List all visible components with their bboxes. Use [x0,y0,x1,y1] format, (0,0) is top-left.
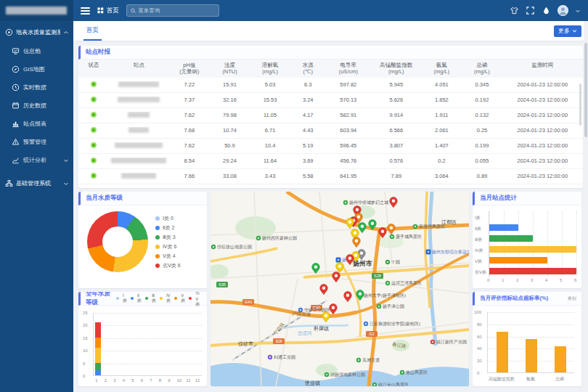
legend-item: Ⅱ类 2 [155,224,181,232]
page-scrollbar[interactable] [584,21,588,392]
bar-segment [95,338,101,348]
value-cell: 1.911 [422,112,462,118]
sidebar-section-base-system[interactable]: 基础管理系统 [0,172,73,193]
station-name-redacted [128,127,149,133]
map-pin-dot [357,216,360,219]
value-cell: 0.199 [462,142,502,149]
sidebar-item-alert-management[interactable]: 预警管理 [0,133,73,151]
search-input[interactable] [138,7,215,14]
year-chart-legend: Ⅰ类Ⅱ类Ⅲ类Ⅳ类Ⅴ类劣Ⅴ类 [116,292,202,308]
value-cell: 7.22 [169,81,210,88]
x-tick-label: 8 [159,378,161,383]
sidebar-item-label: 信息舱 [23,47,69,55]
value-cell: 50.9 [210,142,250,149]
tab-home[interactable]: 首页 [83,21,102,41]
gridline [533,211,534,277]
station-report-icon [12,120,20,128]
map-pin-dot [354,232,356,234]
sidebar-item-station-report[interactable]: 站点报表 [0,115,73,133]
menu-toggle-icon[interactable] [81,7,90,15]
status-cell [78,173,109,180]
table-row[interactable]: 7.6633.083.435.58641.957.893.0640.892024… [78,169,583,184]
road-shield-label: S35 [219,282,226,287]
legend-label: Ⅳ类 [166,293,171,304]
dashboard-content: 站点时报 状态 站点 pH值(无量纲)浊度(NTU)溶解氧(mg/L)水温(℃)… [73,41,588,392]
bar-row [489,268,576,274]
sidebar-item-statistics[interactable]: 统计分析 [0,151,73,169]
sidebar-item-info-hub[interactable]: 信息舱 [0,42,73,60]
fullscreen-icon[interactable] [526,6,535,15]
bar [555,346,566,372]
value-cell: 5.19 [290,142,326,149]
info-hub-icon [12,47,20,55]
time-cell: 2024-01-23 12:00:00 [502,81,583,88]
poi-icon-dot [391,236,393,237]
legend-label: Ⅱ类 [137,293,142,304]
status-dot [91,112,97,118]
theme-skin-icon[interactable] [510,6,519,15]
sidebar: 地表水质量监测系统 信息舱 GIS地图 实时数据 历史数据 站点报表 [0,0,73,392]
road-shield-label: G40 [245,300,252,304]
table-row[interactable]: 7.6810.746.714.43603.946.5662.0610.25202… [78,123,583,139]
status-dot [91,81,97,87]
station-name-cell [109,142,169,150]
x-tick-label: 4 [123,378,125,383]
value-cell: 0.25 [462,127,502,134]
legend-item: Ⅰ类 0 [155,215,181,222]
bar-row [489,246,576,253]
table-row[interactable]: 7.6279.9811.054.17582.919.9141.9110.1322… [78,108,583,123]
table-row[interactable]: 8.5429.2411.643.69456.760.5760.20.055202… [78,154,583,169]
legend-label: Ⅰ类 0 [163,215,173,222]
table-row[interactable]: 7.6250.910.45.19596.453.8071.4070.199202… [78,139,583,154]
chevron-down-icon[interactable] [575,8,581,14]
y-tick-label: 60 [477,335,482,339]
table-row[interactable]: 7.3732.1615.533.24570.135.6261.8520.1922… [78,93,583,108]
gridline [94,351,202,351]
nav-home[interactable]: 首页 [97,7,119,15]
table-row[interactable]: 7.2215.915.036.3597.825.9454.0510.345202… [78,78,583,93]
poi-icon-dot [415,226,416,227]
menu-search[interactable] [126,4,219,17]
sidebar-menu: 信息舱 GIS地图 实时数据 历史数据 站点报表 预警管理 [0,42,73,169]
station-map[interactable]: G40G40S28328S35G2沪陕高速宁启线春江路古运河扬州西区森林公园仪征… [211,192,469,386]
sidebar-item-gis-map[interactable]: GIS地图 [0,60,73,78]
value-cell: 582.91 [326,112,372,118]
bar-segment [95,363,101,370]
poi-icon-dot [387,282,388,284]
map-pin-dot [361,225,364,228]
bar [526,339,537,372]
value-cell: 6.566 [371,127,422,134]
station-name-cell [109,158,169,165]
value-cell: 3.24 [290,97,326,103]
y-tick-label: 40 [477,346,482,351]
legend-dot [116,297,119,300]
value-cell: 10.74 [210,127,250,134]
column-header: 溶解氧(mg/L) [250,60,290,78]
status-cell [78,112,109,119]
column-header: 浊度(NTU) [210,60,250,78]
value-cell: 597.82 [326,81,372,88]
legend-label: Ⅴ类 4 [163,253,176,260]
poi-icon-dot [374,384,375,385]
sidebar-section-water-monitor[interactable]: 地表水质量监测系统 [0,21,73,42]
bar-row [489,224,518,231]
sidebar-item-realtime-data[interactable]: 实时数据 [0,78,73,97]
droplet-icon[interactable] [542,6,551,15]
status-cell [78,158,109,165]
poi-label: 扬州西区森林公园 [262,235,297,241]
sidebar-item-label: 站点报表 [23,120,69,128]
more-button-label: 更多 [558,27,570,35]
table-scrollbar[interactable] [579,83,581,126]
station-name-cell [109,81,169,89]
x-tick-label: 7 [150,378,152,383]
x-tick-label: 5 [131,378,134,383]
logo-redacted [6,7,67,15]
time-cell: 2024-01-23 12:00:00 [502,158,583,164]
poi-icon-dot [401,372,403,373]
poi-label: 润扬湿地森林公园 [330,372,365,377]
y-tick-label: Ⅱ类 [475,226,481,232]
more-button[interactable]: 更多 [554,25,581,37]
user-avatar[interactable] [558,5,568,16]
tab-bar: 首页 更多 [73,21,588,41]
sidebar-item-history-data[interactable]: 历史数据 [0,97,73,115]
